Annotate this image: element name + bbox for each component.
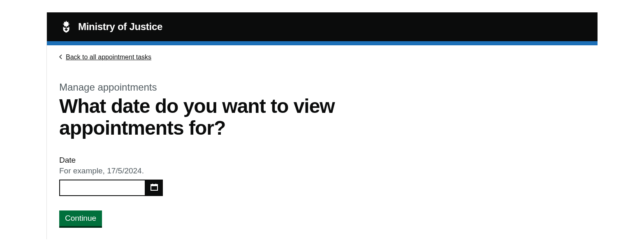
page-caption: Manage appointments (59, 82, 585, 93)
svg-point-0 (65, 23, 67, 26)
chevron-left-icon (59, 54, 63, 61)
page-heading: What date do you want to view appointmen… (59, 96, 347, 139)
date-hint: For example, 17/5/2024. (59, 166, 585, 175)
back-link-label: Back to all appointment tasks (66, 54, 151, 61)
date-label: Date (59, 156, 585, 165)
back-link[interactable]: Back to all appointment tasks (59, 54, 151, 61)
main-content: Back to all appointment tasks Manage app… (47, 45, 598, 239)
svg-rect-2 (151, 185, 158, 186)
calendar-button[interactable] (146, 180, 163, 196)
header-org-name: Ministry of Justice (78, 21, 162, 33)
date-input-group (59, 180, 585, 196)
date-input[interactable] (59, 180, 146, 196)
header: Ministry of Justice (47, 12, 598, 41)
continue-button[interactable]: Continue (59, 210, 102, 227)
crest-icon (59, 20, 73, 34)
calendar-icon (150, 183, 158, 192)
header-accent-bar (47, 41, 598, 45)
